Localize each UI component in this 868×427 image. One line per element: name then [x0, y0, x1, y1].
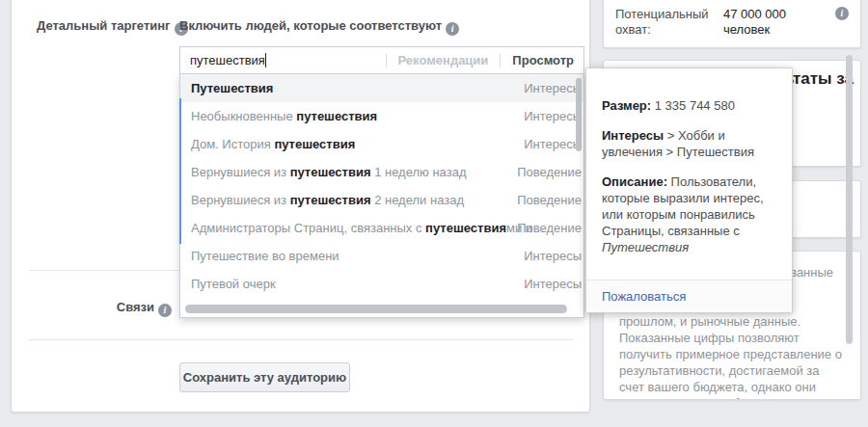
search-input-value: путешествия	[180, 53, 265, 67]
suggestion-item[interactable]: Дом. История путешествияИнтересы	[180, 130, 583, 158]
suggestion-category: Поведение	[511, 158, 582, 186]
suggestion-text: Необыкновенные	[191, 109, 296, 123]
audience-size: Размер: 1 335 744 580	[602, 97, 776, 114]
potential-reach-label: Потенциальный охват:	[615, 7, 723, 47]
suggestion-text: Путешествие во времени	[191, 249, 339, 263]
save-audience-button[interactable]: Сохранить эту аудиторию	[179, 362, 350, 392]
suggestion-item[interactable]: ПутешествияИнтересы	[180, 74, 583, 102]
suggestion-text: путешествия	[274, 137, 355, 151]
suggestion-text: Администраторы Страниц, связанных с	[191, 221, 425, 235]
suggestion-category: Интересы	[518, 102, 582, 130]
suggestion-item[interactable]: Необыкновенные путешествияИнтересы	[180, 102, 583, 130]
right-panel-scrollbar[interactable]	[846, 55, 853, 344]
interest-path: Интересы > Хобби и увлечения > Путешеств…	[602, 127, 776, 160]
info-icon[interactable]: i	[835, 7, 849, 20]
size-label: Размер:	[602, 98, 651, 113]
search-actions: Рекомендации Просмотр	[386, 47, 584, 73]
focused-field-accent-strip	[179, 98, 181, 244]
potential-reach-value: 47 000 000 человек	[723, 7, 829, 47]
browse-button[interactable]: Просмотр	[501, 53, 583, 67]
description-label: Описание:	[602, 174, 667, 189]
suggestion-text: 1 неделю назад	[371, 165, 467, 179]
detailed-targeting-label-text: Детальный таргетинг	[37, 18, 171, 33]
suggestion-category: Интересы	[518, 130, 582, 158]
path-label: Интересы	[602, 128, 664, 143]
report-link[interactable]: Пожаловаться	[602, 289, 686, 304]
size-value: 1 335 744 580	[651, 98, 735, 113]
description-interest-name: Путешествия	[602, 240, 689, 254]
section-divider	[29, 339, 573, 340]
suggestion-category: Поведение	[511, 214, 582, 242]
suggestion-text: Дом. История	[191, 137, 274, 151]
potential-reach-card: Потенциальный охват: 47 000 000 человек …	[603, 0, 861, 48]
suggestion-item[interactable]: Путешествие во времениИнтересы	[180, 242, 583, 270]
suggestion-item[interactable]: Путевой очеркИнтересы	[180, 270, 583, 298]
interest-details-tooltip: Размер: 1 335 744 580 Интересы > Хобби и…	[585, 67, 793, 313]
info-icon[interactable]: i	[158, 304, 172, 317]
dropdown-vertical-scrollbar[interactable]	[576, 78, 582, 151]
suggestion-category: Поведение	[511, 186, 582, 214]
suggestion-item[interactable]: Вернувшиеся из путешествия 1 неделю наза…	[180, 158, 583, 186]
suggestion-text: 2 недели назад	[371, 193, 464, 207]
connections-label: Связиi	[37, 300, 172, 317]
tooltip-footer: Пожаловаться	[586, 280, 792, 312]
connections-label-text: Связи	[117, 300, 154, 314]
suggestion-text: Вернувшиеся из	[191, 165, 290, 179]
suggestion-category: Интересы	[518, 242, 582, 270]
suggestion-dropdown: ПутешествияИнтересыНеобыкновенные путеше…	[179, 74, 584, 318]
detailed-targeting-label: Детальный таргетингi	[37, 18, 177, 36]
suggestion-text: путешествия	[425, 221, 506, 235]
suggestion-list: ПутешествияИнтересыНеобыкновенные путеше…	[180, 74, 583, 298]
suggestion-text: путешествия	[290, 165, 371, 179]
text-cursor	[265, 53, 266, 67]
tooltip-body: Размер: 1 335 744 580 Интересы > Хобби и…	[586, 68, 792, 255]
suggestion-category: Интересы	[518, 270, 582, 298]
interest-description: Описание: Пользователи, которые выразили…	[602, 173, 776, 255]
info-icon[interactable]: i	[446, 22, 459, 36]
suggestion-text: Путевой очерк	[191, 277, 276, 291]
suggestion-text: Путешествия	[191, 81, 273, 95]
dropdown-horizontal-scrollbar-track	[180, 303, 583, 315]
interest-search-input[interactable]: путешествия Рекомендации Просмотр	[179, 46, 584, 74]
include-people-label-text: Включить людей, которые соответствуют	[179, 18, 442, 33]
recommendations-button[interactable]: Рекомендации	[387, 53, 501, 67]
include-people-label: Включить людей, которые соответствуютi	[179, 18, 459, 36]
dropdown-horizontal-scrollbar[interactable]	[185, 305, 567, 313]
suggestion-item[interactable]: Администраторы Страниц, связанных с путе…	[180, 214, 583, 242]
suggestion-text: Вернувшиеся из	[191, 193, 290, 207]
suggestion-item[interactable]: Вернувшиеся из путешествия 2 недели наза…	[180, 186, 583, 214]
suggestion-category: Интересы	[518, 74, 582, 102]
suggestion-text: путешествия	[290, 193, 371, 207]
suggestion-text: путешествия	[296, 109, 377, 123]
